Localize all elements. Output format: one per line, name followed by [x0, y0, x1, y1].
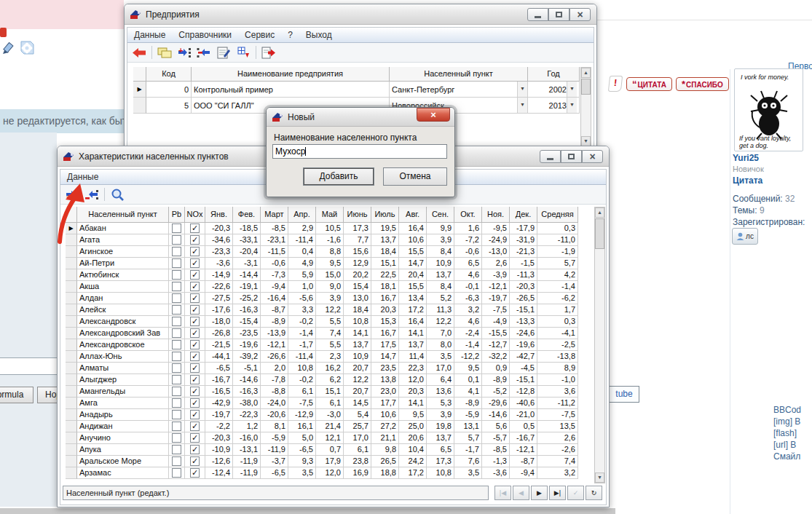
cell-pb-checkbox[interactable] [169, 316, 185, 328]
export-button[interactable] [260, 44, 277, 60]
add-record-button[interactable]: + [63, 186, 81, 202]
nox-checkbox-icon[interactable]: ✓ [190, 247, 200, 256]
close-button[interactable]: × [417, 108, 450, 122]
copy-button[interactable] [156, 44, 173, 60]
enterprises-titlebar[interactable]: Предприятия × [125, 4, 596, 25]
table-row[interactable]: Акша✓-22,6-19,1-9,41,09,015,418,115,58,4… [66, 281, 578, 293]
table-row[interactable]: Апука✓-10,9-13,1-11,9-6,50,76,19,810,46,… [66, 444, 578, 456]
pb-checkbox-icon[interactable] [172, 375, 181, 384]
table-row[interactable]: Алдан✓-27,5-25,2-16,4-5,63,913,016,713,4… [66, 293, 578, 304]
table-row[interactable]: Амангельды✓-16,5-16,3-8,86,115,120,723,0… [66, 386, 578, 398]
pb-checkbox-icon[interactable] [172, 445, 181, 454]
post-record-button[interactable] [234, 44, 252, 60]
private-message-button[interactable]: лс [732, 228, 758, 245]
pb-checkbox-icon[interactable] [172, 363, 181, 373]
scroll-down-icon[interactable]: ▼ [581, 136, 591, 146]
pb-checkbox-icon[interactable] [172, 247, 181, 256]
nox-checkbox-icon[interactable]: ✓ [190, 363, 200, 373]
cell-pb-checkbox[interactable] [169, 456, 185, 467]
table-row[interactable]: Аральское Море✓-12,6-11,9-3,79,317,923,8… [66, 456, 578, 467]
menu-item-сервис[interactable]: Сервис [238, 30, 281, 40]
cell-pb-checkbox[interactable] [169, 467, 185, 479]
nox-checkbox-icon[interactable]: ✓ [190, 293, 200, 303]
settlement-name-input[interactable]: Мухоср [272, 144, 447, 159]
dropdown-arrow-icon[interactable]: ▼ [567, 82, 577, 97]
nox-checkbox-icon[interactable]: ✓ [190, 258, 200, 268]
nox-checkbox-icon[interactable]: ✓ [190, 387, 200, 396]
cell-nox-checkbox[interactable]: ✓ [185, 281, 205, 293]
cell-pb-checkbox[interactable] [169, 223, 185, 234]
minimize-button[interactable] [540, 150, 561, 163]
cell-nox-checkbox[interactable]: ✓ [185, 339, 205, 351]
settlements-scrollbar[interactable]: ▲ ▼ [594, 207, 605, 483]
add-button[interactable]: Добавить [303, 167, 374, 186]
cell-nox-checkbox[interactable]: ✓ [185, 444, 205, 456]
nox-checkbox-icon[interactable]: ✓ [190, 456, 200, 466]
cell-pb-checkbox[interactable] [169, 374, 185, 386]
nox-checkbox-icon[interactable]: ✓ [190, 282, 200, 291]
table-row[interactable]: Ай-Петри✓-3,6-3,1-0,64,99,512,915,114,71… [66, 258, 578, 269]
nox-checkbox-icon[interactable]: ✓ [190, 224, 200, 233]
formula-button[interactable]: ormula [0, 387, 33, 403]
cell-pb-checkbox[interactable] [169, 281, 185, 293]
find-button[interactable] [109, 186, 126, 202]
nox-checkbox-icon[interactable]: ✓ [190, 305, 200, 315]
nox-checkbox-icon[interactable]: ✓ [190, 375, 200, 384]
nox-checkbox-icon[interactable]: ✓ [190, 270, 200, 280]
minimize-button[interactable] [527, 8, 548, 21]
table-row[interactable]: ▶0Контрольный пример▼Санкт-Петербург▼200… [133, 82, 580, 98]
table-row[interactable]: Актюбинск✓-14,9-14,4-7,35,915,020,222,52… [66, 269, 578, 281]
nox-checkbox-icon[interactable]: ✓ [190, 410, 200, 419]
cell-pb-checkbox[interactable] [169, 234, 185, 246]
pb-checkbox-icon[interactable] [172, 317, 181, 326]
dropdown-arrow-icon[interactable]: ▼ [567, 98, 577, 113]
table-row[interactable]: Александровский Зав✓-26,8-23,5-13,9-1,47… [66, 328, 578, 339]
table-row[interactable]: Агата✓-34,6-33,1-23,1-11,4-1,67,713,710,… [66, 234, 578, 246]
cell-nox-checkbox[interactable]: ✓ [185, 234, 205, 246]
pb-checkbox-icon[interactable] [172, 224, 181, 233]
nav-button[interactable]: ▶ [531, 486, 548, 500]
pb-checkbox-icon[interactable] [172, 270, 181, 280]
dropdown-arrow-icon[interactable]: ▼ [517, 98, 527, 113]
table-row[interactable]: Андижан✓-2,21,28,116,121,425,727,225,019… [66, 421, 578, 432]
cell-nox-checkbox[interactable]: ✓ [185, 456, 205, 467]
cell-pb-checkbox[interactable] [169, 363, 185, 374]
pb-checkbox-icon[interactable] [172, 468, 181, 478]
youtube-button[interactable]: tube [609, 386, 639, 403]
pb-checkbox-icon[interactable] [172, 328, 181, 338]
scroll-thumb[interactable] [595, 218, 604, 249]
table-row[interactable]: ▶Абакан✓-20,3-18,5-8,52,910,517,319,516,… [66, 223, 578, 234]
cell-nox-checkbox[interactable]: ✓ [185, 258, 205, 269]
cell-nox-checkbox[interactable]: ✓ [185, 246, 205, 258]
cell-nox-checkbox[interactable]: ✓ [185, 328, 205, 339]
cell-pb-checkbox[interactable] [169, 304, 185, 316]
cell-pb-checkbox[interactable] [169, 293, 185, 304]
cell-pb-checkbox[interactable] [169, 351, 185, 363]
cell-nox-checkbox[interactable]: ✓ [185, 398, 205, 409]
table-row[interactable]: Александровское✓-21,5-19,6-12,1-1,75,513… [66, 339, 578, 351]
pb-checkbox-icon[interactable] [172, 235, 181, 245]
nox-checkbox-icon[interactable]: ✓ [190, 317, 200, 326]
cell-nox-checkbox[interactable]: ✓ [185, 363, 205, 374]
pb-checkbox-icon[interactable] [172, 398, 181, 408]
nox-checkbox-icon[interactable]: ✓ [190, 398, 200, 408]
cell-pb-checkbox[interactable] [169, 258, 185, 269]
edit-pencil-icon[interactable] [1, 41, 16, 55]
cell-nox-checkbox[interactable]: ✓ [185, 316, 205, 328]
cell-nox-checkbox[interactable]: ✓ [185, 386, 205, 398]
scroll-thumb[interactable] [581, 79, 591, 95]
nox-checkbox-icon[interactable]: ✓ [190, 445, 200, 454]
pb-checkbox-icon[interactable] [172, 340, 181, 349]
username-link[interactable]: Yuri25 [733, 153, 759, 163]
scroll-up-icon[interactable]: ▲ [581, 68, 591, 78]
edit-record-button[interactable] [215, 44, 232, 60]
cell-pb-checkbox[interactable] [169, 386, 185, 398]
cell-pb-checkbox[interactable] [169, 421, 185, 432]
table-row[interactable]: Александровск✓-18,0-15,4-8,9-0,25,510,81… [66, 316, 578, 328]
delete-record-button[interactable] [83, 186, 100, 202]
maximize-button[interactable] [548, 8, 569, 21]
add-record-button[interactable]: + [176, 44, 193, 60]
pb-checkbox-icon[interactable] [172, 282, 181, 291]
table-row[interactable]: Арзамас✓-12,4-11,9-6,53,512,016,918,817,… [66, 467, 578, 479]
table-row[interactable]: Анадырь✓-19,7-22,3-20,6-12,9-3,05,410,69… [66, 409, 578, 421]
